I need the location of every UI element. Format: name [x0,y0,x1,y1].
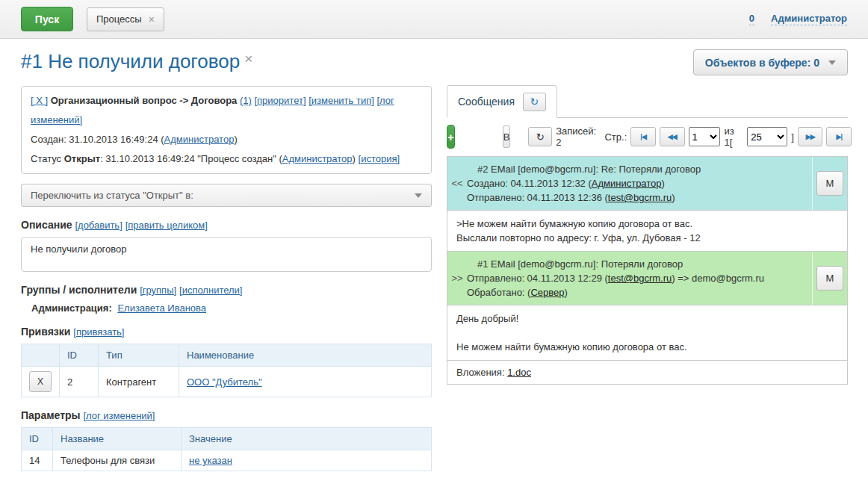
bindings-heading-label: Привязки [21,326,70,338]
email-link[interactable]: test@bgcrm.ru [608,273,672,284]
page-label: Стр.: [604,131,627,143]
start-button[interactable]: Пуск [21,7,73,31]
tab-messages[interactable]: Сообщения ↻ [447,85,557,118]
created-text-end: ) [234,134,237,145]
meta-text: Обработано: ( [467,287,530,298]
message-meta-processed: Обработано: (Сервер) [467,285,809,299]
meta-text: ) [662,178,665,189]
topbar: Пуск Процессы × 0 Администратор [0,0,868,39]
close-icon[interactable]: × [149,13,155,25]
groups-link[interactable]: [группы] [140,285,176,296]
created-user-link[interactable]: Администратор [164,134,235,145]
priority-link[interactable]: [приоритет] [254,95,306,106]
status-line: Статус Открыт: 31.10.2013 16:49:24 "Проц… [31,149,422,169]
params-changelog-link[interactable]: [лог изменений] [83,410,155,421]
prev-page-button[interactable]: ◀◀ [660,127,685,146]
counterparty-link[interactable]: ООО "Дубитель" [187,376,262,388]
messages-list: << #2 EMail [demo@bgcrm.ru]: Re: Потерял… [447,156,848,385]
notifications-count-link[interactable]: 0 [749,13,754,25]
description-heading: Описание [добавить] [править целиком] [21,219,432,231]
refresh-button[interactable]: ↻ [523,93,546,111]
bind-link[interactable]: [привязать] [73,326,124,338]
group-row: Администрация: Елизавета Иванова [31,302,432,314]
process-count-link[interactable]: (1) [240,95,252,106]
message-title: #2 EMail [demo@bgcrm.ru]: Re: Потеряли д… [477,162,809,176]
params-table: ID Название Значение 14 Телефоны для свя… [21,427,432,471]
refresh-icon: ↻ [530,96,539,108]
message-meta-created: Создано: 04.11.2013 12:32 (Администратор… [467,176,809,190]
bindings-col-action [22,344,60,367]
table-row: X 2 Контрагент ООО "Дубитель" [22,367,432,397]
message-body: День добрый! Не можем найти бумажную коп… [447,305,847,361]
param-value-link[interactable]: не указан [189,455,232,466]
page-size-select[interactable]: 25 [747,127,787,146]
attachments-row: Вложения: 1.doc [447,361,847,384]
b-button[interactable]: В [503,125,511,148]
meta-text: ) [672,192,675,203]
meta-text: Отправлено: 04.11.2013 12:29 ( [467,273,608,284]
attachments-label: Вложения: [456,367,505,378]
created-text: Создан: 31.10.2013 16:49:24 ( [31,134,164,145]
params-col-name: Название [53,428,182,450]
server-link[interactable]: Сервер [530,287,564,298]
add-message-button[interactable]: + [447,125,455,149]
param-name: Телефоны для связи [53,450,182,471]
message-meta-sent: Отправлено: 04.11.2013 12:29 (test@bgcrm… [467,271,809,285]
email-link[interactable]: test@bgcrm.ru [608,192,672,203]
executors-link[interactable]: [исполнители] [179,285,242,296]
refresh-list-button[interactable]: ↻ [528,127,552,146]
first-page-button[interactable]: |◀ [630,127,656,146]
buffer-dropdown-label: Объектов в буфере: 0 [705,57,819,69]
description-box: Не получили договор [21,237,432,272]
prev-page-icon: ◀◀ [668,133,677,140]
executor-link[interactable]: Елизавета Иванова [117,302,206,314]
description-edit-link[interactable]: [править целиком] [125,220,208,231]
message-body: >Не можем найти бумажную копию договора … [447,211,847,252]
process-info-box: [ X ] Организационный вопрос -> Договора… [21,86,432,174]
close-process-icon[interactable]: × [244,51,252,66]
created-line: Создан: 31.10.2013 16:49:24 (Администрат… [31,130,422,149]
next-page-button[interactable]: ▶▶ [798,127,823,146]
message-header: >> #1 EMail [demo@bgcrm.ru]: Потеряли до… [447,252,847,305]
buffer-dropdown-button[interactable]: Объектов в буфере: 0 [693,49,848,75]
bindings-col-id: ID [60,344,99,367]
last-page-button[interactable]: ▶| [826,127,852,146]
status-user-link[interactable]: Администратор [282,153,353,164]
params-col-id: ID [22,428,53,450]
page-of-label: из 1[ [724,125,743,148]
last-page-icon: ▶| [837,133,842,140]
status-text-end: ) [353,153,356,164]
meta-text: Создано: 04.11.2013 12:32 ( [467,178,592,189]
status-text: : 31.10.2013 16:49:24 "Процесс создан" ( [100,153,282,164]
meta-text: ) [565,287,568,298]
binding-type: Контрагент [99,367,179,397]
user-menu-link[interactable]: Администратор [771,13,847,25]
status-switch-select[interactable]: Переключить из статуса "Открыт" в: [21,184,432,207]
attachment-link[interactable]: 1.doc [507,367,531,378]
status-name: Открыт [64,153,100,164]
chevron-down-icon [828,60,836,65]
direction-marker: << [447,157,467,210]
bindings-table: ID Тип Наименование X 2 Контрагент ООО "… [21,344,432,397]
process-remove-link[interactable]: [ X ] [31,95,48,106]
topbar-user-area: 0 Администратор [749,13,847,25]
groups-heading-label: Группы / исполнители [21,284,137,296]
messages-panel: Сообщения ↻ + В ↻ Записей: 2 Стр.: |◀ ◀◀… [447,86,848,471]
page-select[interactable]: 1 [689,127,721,146]
first-page-icon: |◀ [640,133,645,140]
bindings-col-name: Наименование [179,344,432,367]
records-count: Записей: 2 [556,125,601,148]
tab-processes[interactable]: Процессы × [87,7,164,31]
process-type: Организационный вопрос -> Договора [51,95,238,106]
history-link[interactable]: [история] [359,153,400,164]
author-link[interactable]: Администратор [592,178,662,189]
message-action-button[interactable]: М [816,266,843,291]
param-id: 14 [22,450,53,471]
description-add-link[interactable]: [добавить] [75,220,122,231]
delete-binding-button[interactable]: X [29,371,52,392]
page-title: #1 Не получили договор [21,50,240,72]
message-action-button[interactable]: М [816,171,843,196]
message-meta-sent: Отправлено: 04.11.2013 12:36 (test@bgcrm… [467,190,809,205]
change-type-link[interactable]: [изменить тип] [309,95,374,106]
params-heading-label: Параметры [21,409,81,421]
